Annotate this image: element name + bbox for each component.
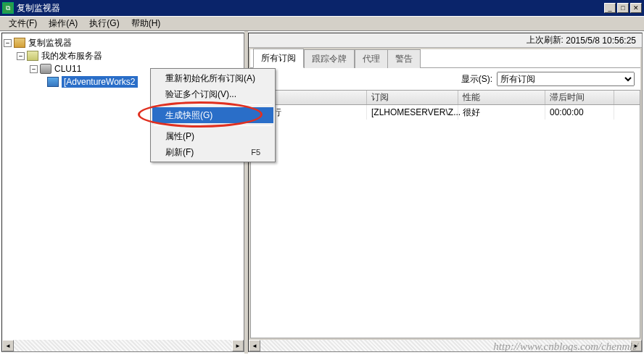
close-button[interactable]: ✕ [630, 3, 642, 13]
collapse-icon[interactable]: − [17, 52, 25, 60]
filter-label: 显示(S): [461, 73, 492, 85]
app-icon: ⧉ [2, 2, 14, 14]
collapse-icon[interactable]: − [30, 65, 38, 73]
grid: 态 订阅 性能 滞后时间 在运行 [ZLHOMESERVER\Z... 很好 0… [250, 90, 640, 338]
scroll-left-icon[interactable]: ◄ [249, 340, 260, 351]
cell-subscription: [ZLHOMESERVER\Z... [367, 105, 458, 120]
monitor-icon [14, 38, 25, 48]
menubar: 文件(F) 操作(A) 执行(G) 帮助(H) [0, 16, 644, 30]
scroll-left-icon[interactable]: ◄ [2, 340, 14, 351]
ctx-validate[interactable]: 验证多个订阅(V)... [152, 86, 273, 102]
ctx-properties[interactable]: 属性(P) [152, 128, 273, 144]
watermark: http://www.cnblogs.com/chenmh/ [493, 341, 638, 353]
tab-agents[interactable]: 代理 [355, 49, 388, 68]
minimize-button[interactable]: _ [604, 3, 616, 13]
ctx-refresh[interactable]: 刷新(F) F5 [152, 144, 273, 160]
tree-publication-label: [AdventureWorks2 [62, 76, 138, 88]
col-latency[interactable]: 滞后时间 [545, 91, 614, 104]
maximize-button[interactable]: □ [617, 3, 629, 13]
collapse-icon[interactable]: − [4, 39, 12, 47]
menu-action[interactable]: 操作(A) [43, 16, 83, 31]
tree-instance-label: CLU11 [54, 64, 81, 74]
context-menu: 重新初始化所有订阅(A) 验证多个订阅(V)... 生成快照(G) 属性(P) … [150, 68, 276, 162]
tree-root[interactable]: − 复制监视器 [4, 36, 242, 49]
window-title: 复制监视器 [17, 2, 604, 14]
menu-help[interactable]: 帮助(H) [125, 16, 167, 31]
last-refresh-label: 上次刷新: [527, 34, 564, 46]
tree-hscroll[interactable]: ◄ ► [2, 340, 244, 351]
grid-header: 态 订阅 性能 滞后时间 [251, 91, 640, 105]
server-group-icon [27, 51, 38, 61]
scroll-right-icon[interactable]: ► [232, 340, 244, 351]
ctx-separator [154, 125, 272, 126]
last-refresh-bar: 上次刷新: 2015/5/8 10:56:25 [249, 33, 642, 48]
last-refresh-value: 2015/5/8 10:56:25 [566, 36, 636, 46]
cell-performance: 很好 [458, 105, 545, 120]
cell-latency: 00:00:00 [545, 105, 614, 120]
table-row[interactable]: 在运行 [ZLHOMESERVER\Z... 很好 00:00:00 [251, 105, 640, 120]
window-controls: _ □ ✕ [604, 3, 642, 13]
tree-server-label: 我的发布服务器 [41, 50, 102, 62]
tab-bar: 所有订阅 跟踪令牌 代理 警告 [250, 49, 640, 68]
tab-alerts[interactable]: 警告 [388, 49, 421, 68]
ctx-reinit-all[interactable]: 重新初始化所有订阅(A) [152, 70, 273, 86]
ctx-separator [154, 104, 272, 105]
tree-server-group[interactable]: − 我的发布服务器 [4, 49, 242, 62]
ctx-refresh-hotkey: F5 [251, 148, 260, 157]
main-panel: − 复制监视器 − 我的发布服务器 − CLU11 [AdventureWork… [0, 30, 644, 354]
filter-bar: 显示(S): 所有订阅 [250, 68, 640, 90]
ctx-generate-snapshot[interactable]: 生成快照(G) [152, 107, 273, 123]
publication-icon [47, 77, 59, 87]
col-performance[interactable]: 性能 [458, 91, 545, 104]
scroll-track[interactable] [14, 340, 232, 351]
filter-select[interactable]: 所有订阅 [497, 72, 635, 86]
detail-panel: 上次刷新: 2015/5/8 10:56:25 所有订阅 跟踪令牌 代理 警告 … [248, 33, 643, 352]
tab-tracking-tokens[interactable]: 跟踪令牌 [304, 49, 355, 68]
instance-icon [40, 64, 51, 74]
menu-file[interactable]: 文件(F) [3, 16, 43, 31]
titlebar: ⧉ 复制监视器 _ □ ✕ [0, 0, 644, 16]
col-subscription[interactable]: 订阅 [367, 91, 458, 104]
tree-root-label: 复制监视器 [28, 37, 72, 49]
menu-run[interactable]: 执行(G) [83, 16, 125, 31]
tab-all-subscriptions[interactable]: 所有订阅 [253, 49, 304, 68]
